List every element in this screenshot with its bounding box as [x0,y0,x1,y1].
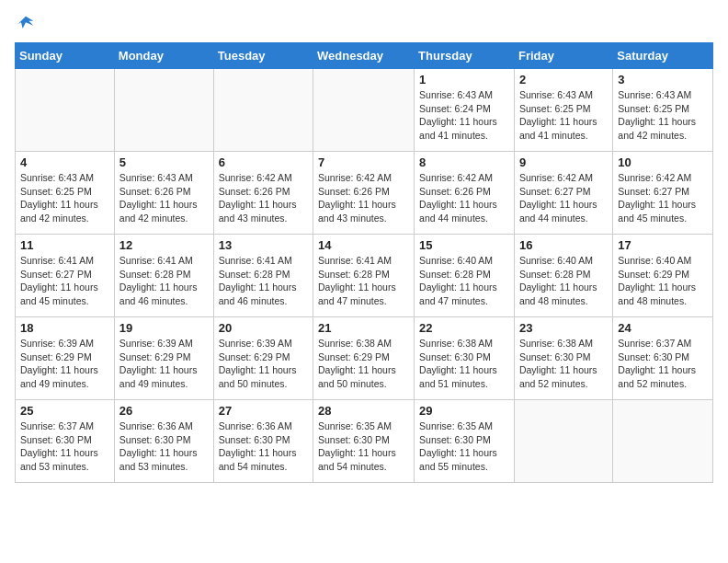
day-sun-info: Sunrise: 6:41 AM Sunset: 6:28 PM Dayligh… [219,254,308,308]
calendar-cell [613,400,713,483]
logo [15,15,35,33]
calendar-cell: 29Sunrise: 6:35 AM Sunset: 6:30 PM Dayli… [415,400,515,483]
day-number: 29 [419,404,509,418]
logo-bird-icon [17,15,35,33]
calendar-cell: 24Sunrise: 6:37 AM Sunset: 6:30 PM Dayli… [613,317,713,400]
calendar-cell: 19Sunrise: 6:39 AM Sunset: 6:29 PM Dayli… [114,317,213,400]
calendar-week-1: 1Sunrise: 6:43 AM Sunset: 6:24 PM Daylig… [16,69,713,152]
day-sun-info: Sunrise: 6:38 AM Sunset: 6:29 PM Dayligh… [318,337,409,391]
calendar-cell: 18Sunrise: 6:39 AM Sunset: 6:29 PM Dayli… [16,317,115,400]
calendar-header-row: SundayMondayTuesdayWednesdayThursdayFrid… [16,43,713,69]
calendar-cell: 23Sunrise: 6:38 AM Sunset: 6:30 PM Dayli… [514,317,612,400]
calendar-cell [514,400,612,483]
day-sun-info: Sunrise: 6:42 AM Sunset: 6:27 PM Dayligh… [618,171,708,225]
calendar-cell: 17Sunrise: 6:40 AM Sunset: 6:29 PM Dayli… [613,235,713,317]
day-sun-info: Sunrise: 6:36 AM Sunset: 6:30 PM Dayligh… [219,419,308,474]
calendar-cell: 7Sunrise: 6:42 AM Sunset: 6:26 PM Daylig… [313,152,415,235]
day-number: 18 [20,321,109,335]
day-number: 21 [318,321,409,335]
calendar-cell: 27Sunrise: 6:36 AM Sunset: 6:30 PM Dayli… [213,400,313,483]
day-sun-info: Sunrise: 6:42 AM Sunset: 6:26 PM Dayligh… [419,171,509,225]
day-sun-info: Sunrise: 6:42 AM Sunset: 6:26 PM Dayligh… [318,171,409,225]
day-number: 25 [20,404,109,418]
day-number: 20 [219,321,308,335]
calendar-cell: 28Sunrise: 6:35 AM Sunset: 6:30 PM Dayli… [313,400,415,483]
calendar-week-4: 18Sunrise: 6:39 AM Sunset: 6:29 PM Dayli… [16,317,713,400]
calendar-week-5: 25Sunrise: 6:37 AM Sunset: 6:30 PM Dayli… [16,400,713,483]
calendar-cell: 9Sunrise: 6:42 AM Sunset: 6:27 PM Daylig… [514,152,612,235]
calendar-cell: 26Sunrise: 6:36 AM Sunset: 6:30 PM Dayli… [114,400,213,483]
day-number: 12 [119,238,209,252]
day-sun-info: Sunrise: 6:39 AM Sunset: 6:29 PM Dayligh… [219,337,308,391]
calendar-cell: 10Sunrise: 6:42 AM Sunset: 6:27 PM Dayli… [613,152,713,235]
day-number: 23 [519,321,608,335]
calendar-cell: 5Sunrise: 6:43 AM Sunset: 6:26 PM Daylig… [114,152,213,235]
calendar-cell: 3Sunrise: 6:43 AM Sunset: 6:25 PM Daylig… [613,69,713,152]
calendar-week-3: 11Sunrise: 6:41 AM Sunset: 6:27 PM Dayli… [16,235,713,317]
day-number: 13 [219,238,308,252]
calendar-cell [213,69,313,152]
day-number: 24 [618,321,708,335]
calendar-cell: 21Sunrise: 6:38 AM Sunset: 6:29 PM Dayli… [313,317,415,400]
day-number: 5 [119,155,209,169]
day-sun-info: Sunrise: 6:39 AM Sunset: 6:29 PM Dayligh… [20,337,109,391]
calendar-week-2: 4Sunrise: 6:43 AM Sunset: 6:25 PM Daylig… [16,152,713,235]
calendar-cell: 1Sunrise: 6:43 AM Sunset: 6:24 PM Daylig… [415,69,515,152]
day-sun-info: Sunrise: 6:38 AM Sunset: 6:30 PM Dayligh… [419,337,509,391]
day-sun-info: Sunrise: 6:42 AM Sunset: 6:27 PM Dayligh… [519,171,608,225]
calendar-cell: 16Sunrise: 6:40 AM Sunset: 6:28 PM Dayli… [514,235,612,317]
day-sun-info: Sunrise: 6:43 AM Sunset: 6:25 PM Dayligh… [618,88,708,143]
day-number: 15 [419,238,509,252]
day-number: 4 [20,155,109,169]
day-sun-info: Sunrise: 6:39 AM Sunset: 6:29 PM Dayligh… [119,337,209,391]
day-of-week-monday: Monday [114,43,213,69]
day-sun-info: Sunrise: 6:43 AM Sunset: 6:24 PM Dayligh… [419,88,509,143]
day-number: 14 [318,238,409,252]
day-number: 1 [419,73,509,86]
day-sun-info: Sunrise: 6:41 AM Sunset: 6:27 PM Dayligh… [20,254,109,308]
day-of-week-thursday: Thursday [415,43,515,69]
calendar-cell: 13Sunrise: 6:41 AM Sunset: 6:28 PM Dayli… [213,235,313,317]
svg-marker-0 [18,17,34,29]
calendar-cell: 6Sunrise: 6:42 AM Sunset: 6:26 PM Daylig… [213,152,313,235]
day-number: 28 [318,404,409,418]
day-sun-info: Sunrise: 6:43 AM Sunset: 6:25 PM Dayligh… [20,171,109,225]
calendar-cell [16,69,115,152]
day-number: 8 [419,155,509,169]
calendar-cell: 2Sunrise: 6:43 AM Sunset: 6:25 PM Daylig… [514,69,612,152]
calendar-cell: 4Sunrise: 6:43 AM Sunset: 6:25 PM Daylig… [16,152,115,235]
day-sun-info: Sunrise: 6:36 AM Sunset: 6:30 PM Dayligh… [119,419,209,474]
day-sun-info: Sunrise: 6:37 AM Sunset: 6:30 PM Dayligh… [618,337,708,391]
day-number: 22 [419,321,509,335]
day-number: 16 [519,238,608,252]
page-header [15,15,713,33]
day-of-week-saturday: Saturday [613,43,713,69]
day-of-week-sunday: Sunday [16,43,115,69]
day-of-week-friday: Friday [514,43,612,69]
day-number: 27 [219,404,308,418]
calendar-cell: 15Sunrise: 6:40 AM Sunset: 6:28 PM Dayli… [415,235,515,317]
calendar-cell: 12Sunrise: 6:41 AM Sunset: 6:28 PM Dayli… [114,235,213,317]
day-number: 10 [618,155,708,169]
day-number: 6 [219,155,308,169]
day-sun-info: Sunrise: 6:35 AM Sunset: 6:30 PM Dayligh… [419,419,509,474]
day-of-week-tuesday: Tuesday [213,43,313,69]
calendar-table: SundayMondayTuesdayWednesdayThursdayFrid… [15,42,713,483]
calendar-cell: 20Sunrise: 6:39 AM Sunset: 6:29 PM Dayli… [213,317,313,400]
day-number: 9 [519,155,608,169]
day-sun-info: Sunrise: 6:37 AM Sunset: 6:30 PM Dayligh… [20,419,109,474]
calendar-cell [114,69,213,152]
calendar-cell: 8Sunrise: 6:42 AM Sunset: 6:26 PM Daylig… [415,152,515,235]
calendar-cell [313,69,415,152]
day-sun-info: Sunrise: 6:40 AM Sunset: 6:28 PM Dayligh… [519,254,608,308]
day-sun-info: Sunrise: 6:43 AM Sunset: 6:26 PM Dayligh… [119,171,209,225]
day-sun-info: Sunrise: 6:35 AM Sunset: 6:30 PM Dayligh… [318,419,409,474]
day-number: 26 [119,404,209,418]
day-number: 11 [20,238,109,252]
day-sun-info: Sunrise: 6:42 AM Sunset: 6:26 PM Dayligh… [219,171,308,225]
day-sun-info: Sunrise: 6:43 AM Sunset: 6:25 PM Dayligh… [519,88,608,143]
day-sun-info: Sunrise: 6:40 AM Sunset: 6:28 PM Dayligh… [419,254,509,308]
calendar-cell: 25Sunrise: 6:37 AM Sunset: 6:30 PM Dayli… [16,400,115,483]
calendar-cell: 22Sunrise: 6:38 AM Sunset: 6:30 PM Dayli… [415,317,515,400]
calendar-cell: 11Sunrise: 6:41 AM Sunset: 6:27 PM Dayli… [16,235,115,317]
